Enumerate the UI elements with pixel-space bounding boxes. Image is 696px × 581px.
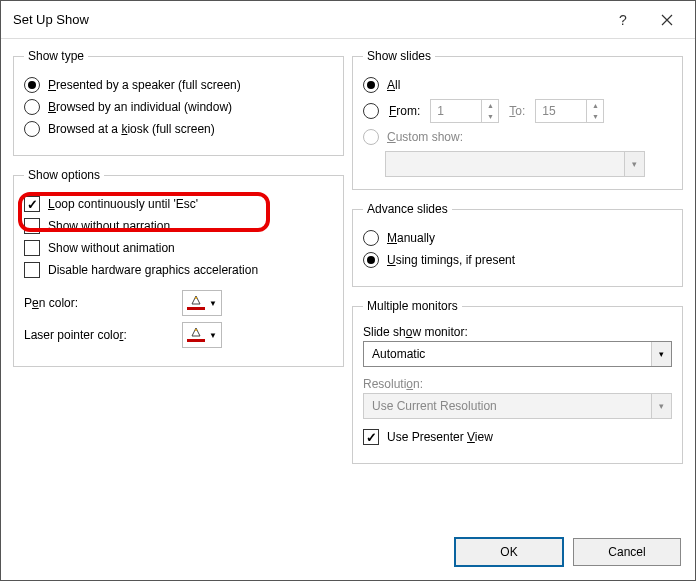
checkbox-icon	[24, 262, 40, 278]
dialog-title: Set Up Show	[13, 12, 601, 27]
radio-icon	[363, 77, 379, 93]
show-type-legend: Show type	[24, 49, 88, 63]
advance-slides-group: Advance slides Manually Using timings, i…	[352, 202, 683, 287]
check-disable-hw[interactable]: Disable hardware graphics acceleration	[24, 262, 333, 278]
radio-label: Browsed at a kiosk (full screen)	[48, 122, 215, 136]
radio-label: Manually	[387, 231, 435, 245]
monitor-label: Slide show monitor:	[363, 325, 672, 339]
check-no-narration[interactable]: Show without narration	[24, 218, 333, 234]
help-button[interactable]: ?	[601, 5, 645, 35]
radio-browsed-kiosk[interactable]: Browsed at a kiosk (full screen)	[24, 121, 333, 137]
check-label: Disable hardware graphics acceleration	[48, 263, 258, 277]
setup-show-dialog: Set Up Show ? Show type Presented by a s…	[0, 0, 696, 581]
combo-value: Automatic	[364, 347, 651, 361]
check-label: Show without narration	[48, 219, 170, 233]
spinner-buttons[interactable]: ▲▼	[586, 100, 603, 122]
from-label: From:	[389, 104, 420, 118]
radio-manually[interactable]: Manually	[363, 230, 672, 246]
advance-legend: Advance slides	[363, 202, 452, 216]
chevron-down-icon: ▾	[624, 152, 644, 176]
chevron-up-icon: ▲	[587, 100, 603, 111]
check-loop[interactable]: Loop continuously until 'Esc'	[24, 196, 333, 212]
radio-label: Custom show:	[387, 130, 463, 144]
show-options-legend: Show options	[24, 168, 104, 182]
radio-label: Presented by a speaker (full screen)	[48, 78, 241, 92]
radio-label: Browsed by an individual (window)	[48, 100, 232, 114]
from-input[interactable]	[431, 100, 481, 122]
titlebar: Set Up Show ?	[1, 1, 695, 39]
radio-icon	[24, 99, 40, 115]
chevron-down-icon: ▼	[209, 331, 217, 340]
laser-color-picker[interactable]: ▼	[182, 322, 222, 348]
radio-using-timings[interactable]: Using timings, if present	[363, 252, 672, 268]
checkbox-icon	[24, 196, 40, 212]
to-spinner[interactable]: ▲▼	[535, 99, 604, 123]
monitor-combo[interactable]: Automatic ▾	[363, 341, 672, 367]
spinner-buttons[interactable]: ▲▼	[481, 100, 498, 122]
checkbox-icon	[24, 240, 40, 256]
close-button[interactable]	[645, 5, 689, 35]
laser-color-label: Laser pointer color:	[24, 328, 174, 342]
close-icon	[661, 14, 673, 26]
check-label: Show without animation	[48, 241, 175, 255]
radio-label: Using timings, if present	[387, 253, 515, 267]
chevron-up-icon: ▲	[482, 100, 498, 111]
multiple-monitors-group: Multiple monitors Slide show monitor: Au…	[352, 299, 683, 464]
chevron-down-icon: ▼	[209, 299, 217, 308]
pen-color-label: Pen color:	[24, 296, 174, 310]
pen-color-icon	[187, 296, 205, 310]
cancel-button[interactable]: Cancel	[573, 538, 681, 566]
show-type-group: Show type Presented by a speaker (full s…	[13, 49, 344, 156]
dialog-footer: OK Cancel	[1, 530, 695, 580]
chevron-down-icon: ▾	[651, 394, 671, 418]
combo-value: Use Current Resolution	[364, 399, 651, 413]
radio-icon	[363, 103, 379, 119]
laser-color-icon	[187, 328, 205, 342]
radio-icon	[363, 129, 379, 145]
resolution-combo: Use Current Resolution ▾	[363, 393, 672, 419]
show-slides-group: Show slides All From: ▲▼ To: ▲▼	[352, 49, 683, 190]
radio-presented[interactable]: Presented by a speaker (full screen)	[24, 77, 333, 93]
radio-browsed-individual[interactable]: Browsed by an individual (window)	[24, 99, 333, 115]
show-slides-legend: Show slides	[363, 49, 435, 63]
pen-color-picker[interactable]: ▼	[182, 290, 222, 316]
resolution-label: Resolution:	[363, 377, 672, 391]
check-presenter-view[interactable]: Use Presenter View	[363, 429, 672, 445]
to-input[interactable]	[536, 100, 586, 122]
to-label: To:	[509, 104, 525, 118]
custom-show-combo: ▾	[385, 151, 645, 177]
checkbox-icon	[363, 429, 379, 445]
radio-icon	[24, 121, 40, 137]
ok-button[interactable]: OK	[455, 538, 563, 566]
radio-icon	[363, 230, 379, 246]
check-label: Loop continuously until 'Esc'	[48, 197, 198, 211]
checkbox-icon	[24, 218, 40, 234]
show-options-group: Show options Loop continuously until 'Es…	[13, 168, 344, 367]
radio-from-to[interactable]: From: ▲▼ To: ▲▼	[363, 99, 672, 123]
chevron-down-icon: ▾	[651, 342, 671, 366]
chevron-down-icon: ▼	[587, 111, 603, 122]
radio-icon	[363, 252, 379, 268]
radio-custom-show: Custom show:	[363, 129, 672, 145]
monitors-legend: Multiple monitors	[363, 299, 462, 313]
radio-all[interactable]: All	[363, 77, 672, 93]
radio-label: All	[387, 78, 400, 92]
check-no-animation[interactable]: Show without animation	[24, 240, 333, 256]
from-spinner[interactable]: ▲▼	[430, 99, 499, 123]
check-label: Use Presenter View	[387, 430, 493, 444]
radio-icon	[24, 77, 40, 93]
chevron-down-icon: ▼	[482, 111, 498, 122]
